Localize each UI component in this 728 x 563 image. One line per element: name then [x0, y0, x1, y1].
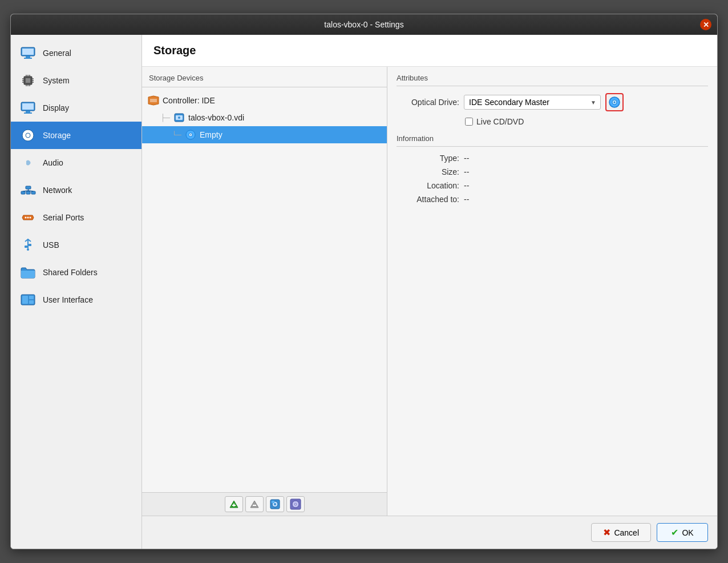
location-value: --: [464, 181, 469, 190]
svg-rect-21: [24, 112, 32, 114]
ok-icon: ✔: [671, 527, 678, 538]
create-disk-button[interactable]: [266, 496, 284, 512]
settings-window: talos-vbox-0 - Settings ✕ General: [10, 14, 718, 549]
tree-connector-2: └─: [172, 131, 181, 139]
svg-rect-27: [21, 191, 25, 194]
sidebar-item-storage[interactable]: Storage: [11, 122, 141, 149]
svg-point-51: [190, 134, 191, 135]
info-row-attached: Attached to: --: [397, 195, 708, 204]
sidebar-item-display[interactable]: Display: [11, 94, 141, 122]
sidebar-item-serial-ports[interactable]: Serial Ports: [11, 204, 141, 231]
ok-button[interactable]: ✔ OK: [657, 523, 708, 542]
svg-rect-5: [26, 78, 30, 83]
type-value: --: [464, 154, 469, 163]
info-row-type: Type: --: [397, 154, 708, 163]
tree-item-controller[interactable]: Controller: IDE: [142, 92, 387, 109]
live-cd-dvd-label[interactable]: Live CD/DVD: [476, 117, 524, 126]
chip-icon: [20, 73, 36, 89]
storage-devices-title: Storage Devices: [142, 74, 387, 87]
sidebar-label-serial-ports: Serial Ports: [43, 213, 84, 222]
sidebar-item-network[interactable]: Network: [11, 176, 141, 204]
storage-toolbar: [142, 492, 387, 516]
window-title: talos-vbox-0 - Settings: [324, 20, 403, 29]
svg-point-67: [614, 102, 616, 103]
storage-devices-panel: Storage Devices Controller: IDE: [142, 67, 387, 516]
display-icon: [20, 100, 36, 116]
sidebar-label-display: Display: [43, 103, 69, 112]
svg-rect-45: [150, 99, 157, 102]
sidebar-label-general: General: [43, 49, 71, 58]
svg-rect-56: [253, 505, 256, 506]
ui-icon: [20, 292, 36, 308]
remove-storage-button[interactable]: [245, 496, 264, 512]
size-label: Size:: [397, 167, 459, 176]
network-icon: [20, 182, 36, 198]
svg-rect-43: [29, 300, 34, 304]
cancel-icon: ✖: [603, 527, 610, 538]
ok-label: OK: [682, 528, 693, 537]
sidebar-label-usb: USB: [43, 240, 59, 250]
svg-rect-42: [29, 296, 34, 299]
device-tree: Controller: IDE ├─: [142, 90, 387, 492]
serial-icon: [20, 210, 36, 226]
svg-rect-29: [31, 191, 35, 194]
svg-rect-20: [26, 111, 30, 112]
svg-rect-1: [26, 56, 30, 58]
svg-rect-19: [22, 103, 34, 110]
window-content: General: [11, 35, 717, 549]
location-label: Location:: [397, 181, 459, 190]
sidebar-label-system: System: [43, 76, 70, 85]
size-value: --: [464, 167, 469, 176]
add-disc-button[interactable]: [286, 496, 305, 512]
sidebar-item-audio[interactable]: Audio: [11, 149, 141, 176]
optical-drive-label: Optical Drive:: [397, 98, 459, 107]
optical-drive-select-container: IDE Secondary Master IDE Secondary Slave…: [464, 95, 601, 110]
close-button[interactable]: ✕: [700, 19, 711, 30]
add-storage-button[interactable]: [225, 496, 243, 512]
sidebar-item-system[interactable]: System: [11, 67, 141, 94]
sidebar-item-user-interface[interactable]: User Interface: [11, 286, 141, 313]
svg-point-24: [27, 135, 29, 136]
svg-rect-60: [272, 501, 274, 503]
sidebar-label-storage: Storage: [43, 131, 71, 140]
optical-drive-select[interactable]: IDE Secondary Master IDE Secondary Slave: [464, 95, 601, 110]
live-cd-dvd-row: Live CD/DVD: [465, 117, 708, 126]
svg-marker-55: [250, 501, 258, 508]
attributes-panel: Attributes Optical Drive: IDE Secondary …: [387, 67, 717, 516]
sidebar-label-user-interface: User Interface: [43, 295, 93, 304]
svg-point-64: [295, 504, 296, 505]
sidebar-label-network: Network: [43, 186, 72, 195]
sidebar-item-usb[interactable]: USB: [11, 231, 141, 259]
svg-rect-28: [26, 191, 30, 194]
monitor-icon: [20, 45, 36, 61]
page-title: Storage: [153, 44, 196, 57]
cancel-button[interactable]: ✖ Cancel: [591, 523, 651, 542]
live-cd-dvd-checkbox[interactable]: [465, 118, 473, 126]
svg-rect-37: [25, 246, 27, 248]
svg-rect-38: [29, 244, 31, 246]
tree-label-vdi: talos-vbox-0.vdi: [188, 113, 244, 122]
main-area: Storage Storage Devices: [142, 35, 717, 549]
tree-connector: ├─: [160, 114, 170, 122]
svg-rect-2: [24, 58, 32, 59]
svg-point-39: [27, 248, 29, 251]
sidebar-item-general[interactable]: General: [11, 39, 141, 67]
attached-to-value: --: [464, 195, 469, 204]
type-label: Type:: [397, 154, 459, 163]
sidebar-item-shared-folders[interactable]: Shared Folders: [11, 259, 141, 286]
information-title: Information: [397, 134, 708, 147]
info-row-location: Location: --: [397, 181, 708, 190]
svg-rect-54: [232, 505, 236, 506]
sidebar-label-audio: Audio: [43, 158, 63, 167]
tree-item-vdi[interactable]: ├─ talos-vbox-0.vdi: [142, 109, 387, 126]
information-section: Information Type: -- Size: -- Location: …: [397, 134, 708, 204]
svg-point-35: [27, 217, 29, 219]
attributes-title: Attributes: [397, 74, 708, 86]
info-row-size: Size: --: [397, 167, 708, 176]
optical-disc-button[interactable]: [605, 93, 624, 111]
svg-point-36: [30, 217, 31, 219]
attached-to-label: Attached to:: [397, 195, 459, 204]
svg-rect-41: [22, 296, 28, 304]
svg-line-33: [29, 191, 34, 191]
tree-item-empty[interactable]: └─ Empty: [142, 126, 387, 143]
